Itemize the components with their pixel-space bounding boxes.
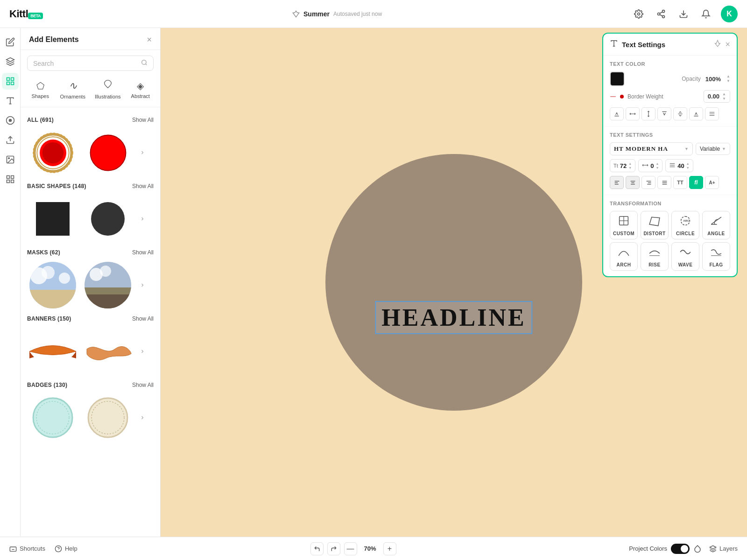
line-height-stepper[interactable]: ▲▼: [686, 161, 690, 170]
panel-close-button[interactable]: ×: [147, 35, 152, 44]
badges-next[interactable]: [137, 413, 148, 423]
basic-shapes-next[interactable]: [137, 214, 148, 224]
illustrations-icon: [103, 79, 113, 92]
settings-icon[interactable]: [631, 7, 646, 21]
section-badges-title: BADGES (130): [27, 382, 67, 388]
badge-item-0[interactable]: [27, 392, 78, 443]
upload-icon-btn[interactable]: [2, 132, 19, 148]
line-height-box[interactable]: 40 ▲▼: [665, 159, 693, 172]
show-all-btn-3[interactable]: Show All: [132, 315, 154, 322]
show-all-btn-4[interactable]: Show All: [132, 382, 154, 388]
transform-angle[interactable]: ANGLE: [702, 211, 730, 239]
border-stepper[interactable]: ▲▼: [722, 92, 726, 101]
font-size-box[interactable]: Tt 72 ▲▼: [610, 159, 635, 172]
help-button[interactable]: Help: [55, 545, 78, 553]
banner-item-1[interactable]: [82, 326, 134, 377]
shortcuts-button[interactable]: Shortcuts: [9, 545, 45, 553]
project-name[interactable]: Summer: [303, 10, 330, 18]
transform-flag[interactable]: FLAG: [702, 242, 730, 271]
ligatures-btn[interactable]: fi: [689, 176, 703, 189]
opacity-stepper[interactable]: ▲ ▼: [726, 74, 730, 83]
banners-next[interactable]: [137, 346, 148, 357]
shapes-icon: ⬠: [36, 80, 44, 91]
transform-distort[interactable]: DISTORT: [641, 211, 669, 239]
ornaments-icon: ∿: [69, 80, 77, 92]
font-weight-select[interactable]: Variable ▼: [696, 143, 730, 155]
align-right-btn[interactable]: [641, 176, 655, 189]
transform-custom[interactable]: CUSTOM: [610, 211, 638, 239]
zoom-in-button[interactable]: +: [383, 542, 396, 555]
align-shrink-btn[interactable]: [641, 107, 655, 120]
uppercase-btn[interactable]: TT: [673, 176, 687, 189]
badge-item-1[interactable]: [82, 392, 134, 443]
align-top-btn[interactable]: [657, 107, 671, 120]
justify-btn[interactable]: [657, 176, 671, 189]
zoom-out-button[interactable]: —: [344, 542, 357, 555]
tab-illustrations[interactable]: Illustrations: [90, 77, 126, 102]
layers-icon-btn[interactable]: [2, 53, 19, 70]
search-input[interactable]: [33, 60, 137, 67]
basic-shapes-row: [27, 193, 154, 245]
basic-shape-item-1[interactable]: [82, 193, 134, 245]
banner-item-0[interactable]: [27, 326, 78, 377]
download-icon[interactable]: [676, 7, 691, 21]
search-bar[interactable]: [27, 56, 154, 71]
align-justify-btn[interactable]: [705, 107, 719, 120]
align-center-btn[interactable]: [626, 176, 640, 189]
color-swatch[interactable]: [610, 71, 625, 86]
avatar[interactable]: K: [721, 6, 738, 22]
svg-line-83: [711, 217, 721, 225]
font-family-value: HT MODERN HA: [614, 145, 668, 153]
notifications-icon[interactable]: [698, 7, 713, 21]
transform-rise[interactable]: RISE: [641, 242, 669, 271]
rp-pin-button[interactable]: [714, 40, 721, 49]
all-items-row: [27, 127, 154, 178]
tab-shapes[interactable]: ⬠ Shapes: [25, 77, 55, 102]
project-colors-toggle[interactable]: [671, 544, 690, 554]
elements-icon-btn[interactable]: [2, 73, 19, 90]
opentype-btn[interactable]: A+: [705, 176, 719, 189]
tab-ornaments[interactable]: ∿ Ornaments: [55, 77, 90, 102]
basic-shape-item-0[interactable]: [27, 193, 78, 245]
show-all-btn-2[interactable]: Show All: [132, 249, 154, 256]
transform-wave[interactable]: WAVE: [671, 242, 699, 271]
letter-spacing-box[interactable]: 0 ▲▼: [638, 159, 662, 172]
font-family-select[interactable]: HT MODERN HA ▼: [610, 142, 693, 155]
section-banners: BANNERS (150) Show All: [27, 315, 154, 322]
share-icon[interactable]: [654, 7, 669, 21]
mask-item-1[interactable]: [82, 259, 134, 311]
color-icon-btn[interactable]: [2, 112, 19, 129]
element-item-0[interactable]: [27, 127, 78, 178]
transform-circle[interactable]: ABC CIRCLE: [671, 211, 699, 239]
image-icon-btn[interactable]: [2, 151, 19, 168]
align-stretch-btn[interactable]: [626, 107, 640, 120]
tab-abstract[interactable]: ◈ Abstract: [126, 77, 155, 102]
show-all-btn-1[interactable]: Show All: [132, 183, 154, 189]
masks-next[interactable]: [137, 280, 148, 290]
grid-icon-btn[interactable]: [2, 171, 19, 188]
headline-text[interactable]: HEADLINE: [375, 301, 532, 334]
layers-button[interactable]: Layers: [709, 545, 738, 553]
rp-close-button[interactable]: ×: [725, 40, 730, 49]
font-size-stepper[interactable]: ▲▼: [628, 161, 632, 170]
mask-item-0[interactable]: [27, 259, 78, 311]
align-baseline-btn[interactable]: [610, 107, 624, 120]
element-item-1[interactable]: [82, 127, 134, 178]
svg-rect-43: [82, 294, 134, 311]
align-middle-btn[interactable]: [673, 107, 687, 120]
rise-transform-icon: [648, 245, 661, 261]
redo-button[interactable]: [327, 542, 340, 555]
text-icon-btn[interactable]: [2, 92, 19, 109]
align-bottom-btn[interactable]: [689, 107, 703, 120]
svg-rect-10: [11, 82, 14, 85]
transform-arch[interactable]: ARCH: [610, 242, 638, 271]
show-all-btn-0[interactable]: Show All: [132, 117, 154, 123]
letter-spacing-stepper[interactable]: ▲▼: [655, 161, 659, 170]
project-colors-icon: [693, 545, 702, 553]
all-section-next[interactable]: [137, 147, 148, 158]
edit-icon-btn[interactable]: [2, 34, 19, 50]
border-value-box[interactable]: 0.00 ▲▼: [704, 90, 730, 103]
align-left-btn[interactable]: [610, 176, 624, 189]
undo-button[interactable]: [310, 542, 324, 555]
headline-text-wrapper[interactable]: HEADLINE: [375, 301, 532, 334]
